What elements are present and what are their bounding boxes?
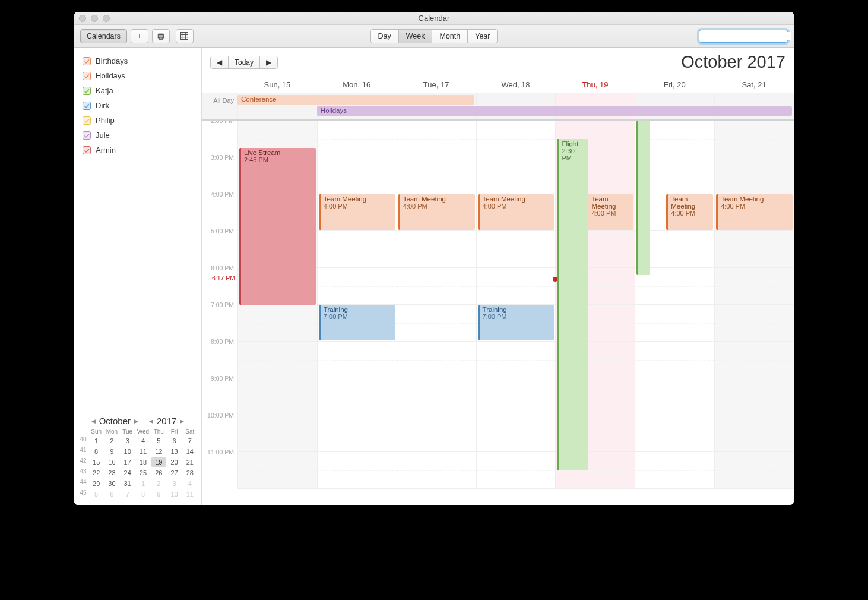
- mini-day[interactable]: 15: [88, 457, 104, 467]
- availability-button[interactable]: [176, 29, 194, 43]
- search-field[interactable]: [699, 30, 788, 43]
- calendar-checkbox[interactable]: [83, 57, 91, 65]
- calendar-checkbox[interactable]: [83, 131, 91, 140]
- view-week[interactable]: Week: [399, 30, 433, 43]
- mini-day[interactable]: 5: [151, 436, 166, 446]
- calendar-item[interactable]: Philip: [80, 113, 195, 128]
- mini-day[interactable]: 21: [182, 457, 198, 467]
- mini-day[interactable]: 16: [104, 457, 119, 467]
- mini-next-year[interactable]: ▶: [180, 418, 184, 424]
- allday-event[interactable]: Conference: [237, 95, 474, 105]
- mini-day[interactable]: 8: [135, 490, 151, 499]
- zoom-icon[interactable]: [103, 15, 110, 22]
- print-button[interactable]: [152, 29, 170, 43]
- mini-day[interactable]: 12: [151, 447, 166, 456]
- prev-week[interactable]: ◀: [211, 56, 229, 68]
- day-column[interactable]: Team Meeting4:00 PMFlight2:30 PM: [555, 121, 635, 489]
- mini-day[interactable]: 5: [88, 490, 104, 499]
- day-column[interactable]: Team Meeting4:00 PMTraining7:00 PM: [476, 121, 556, 489]
- nav-segmented: ◀ Today ▶: [210, 56, 278, 69]
- mini-day[interactable]: 30: [104, 479, 119, 488]
- day-column[interactable]: Team Meeting4:00 PM: [714, 121, 794, 489]
- view-day[interactable]: Day: [371, 30, 399, 43]
- calendar-event[interactable]: Team Meeting4:00 PM: [716, 194, 793, 230]
- mini-day[interactable]: 1: [135, 479, 151, 488]
- mini-day[interactable]: 10: [120, 447, 135, 456]
- mini-day[interactable]: 28: [182, 468, 198, 478]
- calendar-event[interactable]: Team Meeting4:00 PM: [587, 194, 633, 230]
- calendar-event[interactable]: Team Meeting4:00 PM: [398, 194, 475, 230]
- mini-day[interactable]: 17: [120, 457, 135, 467]
- calendar-checkbox[interactable]: [83, 116, 91, 125]
- mini-prev-month[interactable]: ◀: [91, 418, 96, 424]
- mini-day[interactable]: 22: [88, 468, 104, 478]
- mini-day[interactable]: 4: [135, 436, 151, 446]
- view-month[interactable]: Month: [432, 30, 468, 43]
- mini-day[interactable]: 9: [104, 447, 119, 456]
- mini-next-month[interactable]: ▶: [134, 418, 138, 424]
- mini-day[interactable]: 27: [166, 468, 182, 478]
- day-column[interactable]: Team Meeting4:00 PM: [397, 121, 476, 489]
- mini-day[interactable]: 29: [88, 479, 104, 488]
- mini-day[interactable]: 25: [135, 468, 151, 478]
- calendar-item[interactable]: Jule: [80, 128, 195, 143]
- calendar-event[interactable]: Team Meeting4:00 PM: [666, 194, 713, 230]
- mini-prev-year[interactable]: ◀: [149, 418, 153, 424]
- calendar-event[interactable]: Training7:00 PM: [478, 305, 555, 340]
- calendar-event[interactable]: Team Meeting4:00 PM: [319, 194, 395, 230]
- calendar-checkbox[interactable]: [83, 146, 91, 154]
- mini-day[interactable]: 26: [151, 468, 166, 478]
- calendar-checkbox[interactable]: [83, 102, 91, 110]
- mini-day[interactable]: 4: [182, 479, 198, 488]
- mini-day[interactable]: 31: [120, 479, 135, 488]
- calendar-item[interactable]: Dirk: [80, 98, 195, 113]
- mini-day[interactable]: 11: [182, 490, 198, 499]
- mini-day[interactable]: 3: [120, 436, 135, 446]
- close-icon[interactable]: [79, 15, 86, 22]
- calendar-event[interactable]: Training7:00 PM: [319, 305, 395, 340]
- calendar-event[interactable]: Flight2:30 PM: [557, 139, 588, 470]
- mini-day[interactable]: 10: [166, 490, 182, 499]
- calendar-event[interactable]: [636, 121, 650, 275]
- mini-day[interactable]: 3: [166, 479, 182, 488]
- mini-day[interactable]: 13: [166, 447, 182, 456]
- day-column[interactable]: Team Meeting4:00 PM: [635, 121, 714, 489]
- calendar-item[interactable]: Armin: [80, 143, 195, 157]
- calendar-checkbox[interactable]: [83, 87, 91, 95]
- mini-day[interactable]: 18: [135, 457, 151, 467]
- today-button[interactable]: Today: [229, 56, 260, 68]
- mini-day[interactable]: 23: [104, 468, 119, 478]
- mini-day[interactable]: 7: [120, 490, 135, 499]
- calendar-name: Dirk: [96, 101, 109, 110]
- day-column[interactable]: Team Meeting4:00 PMTraining7:00 PM: [317, 121, 397, 489]
- search-input[interactable]: [702, 32, 791, 40]
- minimize-icon[interactable]: [91, 15, 98, 22]
- view-year[interactable]: Year: [468, 30, 497, 43]
- hour-grid: 2:00 PM3:00 PM4:00 PM5:00 PM6:00 PM7:00 …: [202, 121, 794, 489]
- mini-day[interactable]: 2: [151, 479, 166, 488]
- calendar-item[interactable]: Katja: [80, 83, 195, 98]
- mini-day[interactable]: 6: [104, 490, 119, 499]
- mini-day[interactable]: 1: [88, 436, 104, 446]
- calendar-event[interactable]: Live Stream2:45 PM: [239, 148, 316, 305]
- allday-event[interactable]: Holidays: [317, 106, 792, 116]
- add-button[interactable]: +: [131, 29, 148, 43]
- day-column[interactable]: Live Stream2:45 PM: [237, 121, 317, 489]
- mini-day[interactable]: 19: [151, 457, 166, 467]
- mini-day[interactable]: 9: [151, 490, 166, 499]
- mini-day[interactable]: 20: [166, 457, 182, 467]
- calendars-button[interactable]: Calendars: [80, 29, 127, 43]
- week-scroll[interactable]: 2:00 PM3:00 PM4:00 PM5:00 PM6:00 PM7:00 …: [202, 121, 794, 505]
- mini-day[interactable]: 2: [104, 436, 119, 446]
- calendar-event[interactable]: Team Meeting4:00 PM: [478, 194, 555, 230]
- mini-day[interactable]: 11: [135, 447, 151, 456]
- mini-day[interactable]: 14: [182, 447, 198, 456]
- mini-day[interactable]: 7: [182, 436, 198, 446]
- calendar-item[interactable]: Holidays: [80, 68, 195, 83]
- calendar-item[interactable]: Birthdays: [80, 53, 195, 68]
- mini-day[interactable]: 6: [166, 436, 182, 446]
- next-week[interactable]: ▶: [260, 56, 277, 68]
- mini-day[interactable]: 24: [120, 468, 135, 478]
- mini-day[interactable]: 8: [88, 447, 104, 456]
- calendar-checkbox[interactable]: [83, 72, 91, 80]
